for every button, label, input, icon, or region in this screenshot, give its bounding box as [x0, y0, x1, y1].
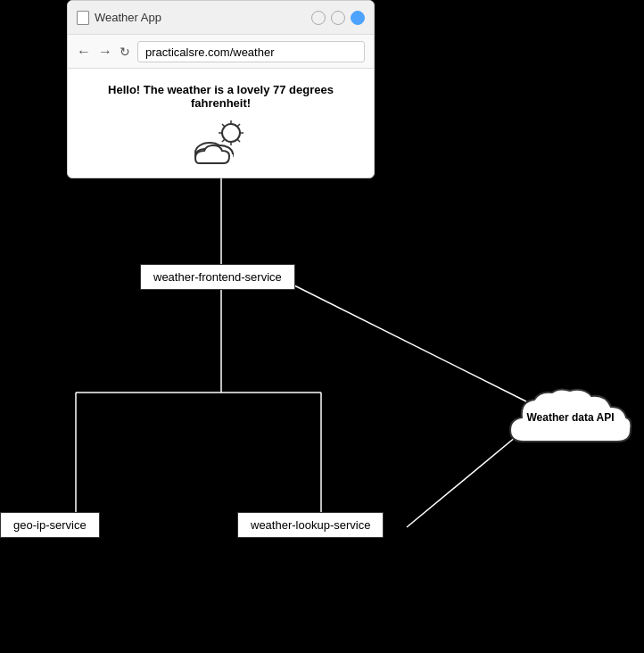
weather-lookup-service-box: weather-lookup-service — [237, 512, 384, 538]
browser-title-text: Weather App — [95, 11, 161, 24]
svg-line-7 — [237, 124, 240, 127]
reload-button[interactable]: ↻ — [120, 45, 130, 59]
svg-line-16 — [277, 277, 526, 401]
browser-toolbar: ← → ↻ practicalsre.com/weather — [68, 35, 374, 69]
weather-api-cloud: Weather data API — [506, 384, 635, 450]
window-close-btn[interactable] — [351, 11, 365, 25]
weather-lookup-service-label: weather-lookup-service — [251, 518, 370, 532]
window-minimize-btn[interactable] — [311, 11, 326, 25]
svg-line-6 — [237, 139, 240, 142]
browser-window: Weather App ← → ↻ practicalsre.com/weath… — [67, 0, 375, 178]
browser-content: Hello! The weather is a lovely 77 degree… — [68, 69, 374, 182]
frontend-service-box: weather-frontend-service — [140, 264, 295, 290]
svg-line-8 — [222, 139, 225, 142]
address-bar[interactable]: practicalsre.com/weather — [137, 41, 365, 62]
frontend-service-label: weather-frontend-service — [153, 270, 282, 284]
page-icon — [77, 11, 89, 25]
browser-controls — [311, 11, 365, 25]
weather-illustration — [190, 119, 252, 168]
weather-message: Hello! The weather is a lovely 77 degree… — [82, 83, 359, 110]
weather-icon — [190, 119, 252, 168]
geo-ip-service-box: geo-ip-service — [0, 512, 100, 538]
forward-button[interactable]: → — [98, 44, 112, 60]
svg-line-5 — [222, 124, 225, 127]
browser-title-left: Weather App — [77, 11, 161, 25]
back-button[interactable]: ← — [77, 44, 91, 60]
cloud-api-shape — [506, 384, 635, 450]
geo-ip-service-label: geo-ip-service — [13, 518, 87, 532]
window-maximize-btn[interactable] — [331, 11, 345, 25]
browser-titlebar: Weather App — [68, 1, 374, 35]
